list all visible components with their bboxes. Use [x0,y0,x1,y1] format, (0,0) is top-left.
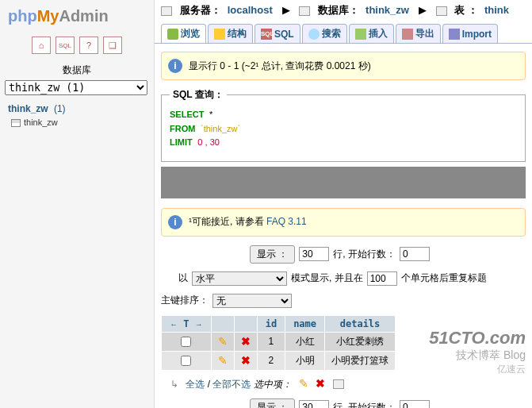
tab-insert[interactable]: 插入 [349,24,394,43]
sql-icon[interactable]: SQL [55,37,75,54]
select-all-link[interactable]: 全选 [186,379,205,390]
delete-icon[interactable]: ✖ [241,335,251,348]
nav-row-bottom: 显示 ： 行, 开始行数： [155,395,532,409]
delete-icon[interactable]: ✖ [241,354,251,367]
edit-icon[interactable]: ✎ [218,354,228,367]
insert-icon [355,29,366,40]
db-icon [299,6,310,16]
docs-icon[interactable]: ? [79,37,98,54]
rows-input[interactable] [299,247,329,261]
main: 服务器： localhost ▶ 数据库： think_zw ▶ 表 ： thi… [155,0,532,408]
row-checkbox[interactable] [181,356,191,366]
sql-text: SELECT * FROM `think_zw` LIMIT 0 , 30 [170,108,517,150]
edit-selected-icon[interactable]: ✎ [299,377,308,390]
server-link[interactable]: localhost [228,4,273,16]
row-checkbox[interactable] [181,337,191,347]
browse-icon [167,29,178,40]
logo: phpMyAdmin [0,4,154,32]
start-input[interactable] [400,247,430,261]
export-selected-icon[interactable] [333,379,344,389]
header-row: ← T → id name details [162,315,396,332]
table-crumb-icon [436,6,447,16]
mode-select[interactable]: 水平 [192,271,287,286]
delete-selected-icon[interactable]: ✖ [316,377,325,390]
breadcrumb: 服务器： localhost ▶ 数据库： think_zw ▶ 表 ： thi… [155,0,532,21]
sort-header[interactable]: ← T → [162,315,212,332]
table-row: ✎ ✖ 1 小红 小红爱刺绣 [162,332,396,351]
select-none-link[interactable]: 全部不选 [212,379,251,390]
tab-search[interactable]: 搜索 [302,24,347,43]
export-icon [402,29,413,40]
nav-row-2: 以 水平 模式显示, 并且在 个单元格后重复标题 [155,268,532,290]
structure-icon [214,29,225,40]
col-name[interactable]: name [285,315,325,332]
tabs: 浏览 结构 SQLSQL 搜索 插入 导出 Import [155,21,532,44]
data-table: ← T → id name details ✎ ✖ 1 小红 小红爱刺绣 ✎ ✖… [161,315,396,371]
tab-browse[interactable]: 浏览 [161,24,206,43]
start-input-bottom[interactable] [400,400,430,408]
db-crumb-link[interactable]: think_zw [366,4,409,16]
db-link[interactable]: think_zw (1) [0,102,154,116]
tab-structure[interactable]: 结构 [208,24,253,43]
table-icon [11,119,21,127]
gray-bar [161,167,526,198]
faq-notice: i ¹可能接近, 请参看 FAQ 3.11 [161,208,526,237]
sql-tab-icon: SQL [261,29,272,40]
tab-sql[interactable]: SQLSQL [255,24,300,43]
query-icon[interactable]: ❏ [103,37,122,54]
col-details[interactable]: details [325,315,396,332]
selection-row: ↳ 全选 / 全部不选 选中项： ✎ ✖ [155,374,532,395]
table-crumb-link[interactable]: think [484,4,509,16]
notice-text: 显示行 0 - 1 (~2¹ 总计, 查询花费 0.0021 秒) [189,60,371,73]
result-notice: i 显示行 0 - 1 (~2¹ 总计, 查询花费 0.0021 秒) [161,52,526,80]
tab-import[interactable]: Import [442,24,498,43]
sortkey-select[interactable]: 无 [212,294,292,308]
rows-input-bottom[interactable] [299,400,329,408]
import-icon [449,29,460,40]
db-heading: 数据库 [0,59,154,79]
nav-row-1: 显示 ： 行, 开始行数： [155,241,532,268]
info-icon: i [168,215,182,229]
table-row: ✎ ✖ 2 小明 小明爱打篮球 [162,351,396,370]
database-select[interactable]: think_zw (1) [5,80,147,95]
sql-query-box: SQL 查询： SELECT * FROM `think_zw` LIMIT 0… [161,88,526,162]
info-icon: i [168,59,182,73]
edit-icon[interactable]: ✎ [218,335,228,348]
table-link[interactable]: think_zw [0,116,154,129]
tab-export[interactable]: 导出 [396,24,441,43]
nav-row-3: 主键排序： 无 [155,290,532,312]
server-icon [161,6,172,16]
home-icon[interactable]: ⌂ [32,37,51,54]
repeat-input[interactable] [367,271,397,286]
faq-link[interactable]: FAQ 3.11 [266,216,307,227]
search-icon [308,29,320,40]
col-id[interactable]: id [257,315,285,332]
arrow-icon: ↳ [170,379,178,390]
sidebar-toolbar: ⌂ SQL ? ❏ [0,32,154,59]
show-button[interactable]: 显示 ： [250,245,295,264]
show-button-bottom[interactable]: 显示 ： [250,398,295,409]
sidebar: phpMyAdmin ⌂ SQL ? ❏ 数据库 think_zw (1) th… [0,0,155,408]
sql-legend: SQL 查询： [170,88,227,102]
